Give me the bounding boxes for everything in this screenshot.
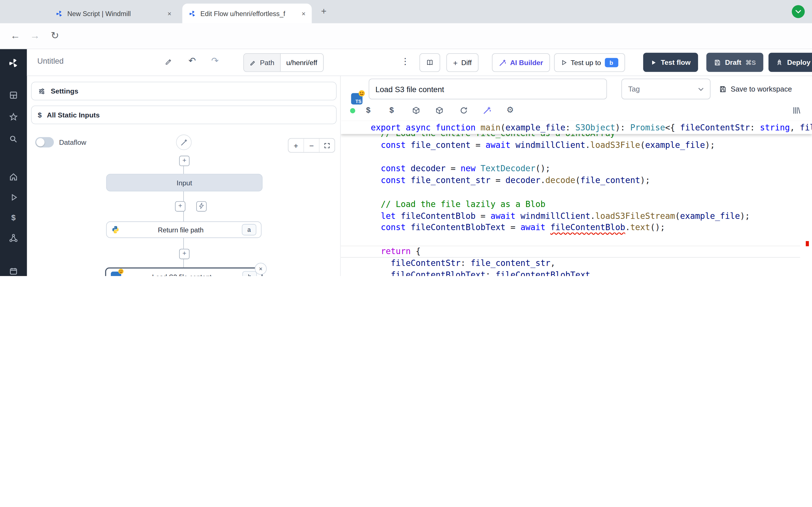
tag-select[interactable]: Tag <box>621 78 711 99</box>
error-overview-marker <box>806 241 809 246</box>
zoom-out-icon[interactable]: − <box>303 138 319 152</box>
add-step-button[interactable]: + <box>179 156 190 166</box>
settings-row[interactable]: Settings <box>31 82 337 100</box>
path-control[interactable]: Path u/henri/eff <box>243 53 323 72</box>
sliders-icon <box>38 87 46 95</box>
back-icon[interactable]: ← <box>10 31 20 40</box>
windmill-favicon <box>189 10 197 17</box>
typescript-icon: TS <box>351 93 362 105</box>
variables-dollar-icon[interactable]: $ <box>366 106 370 114</box>
test-up-to-button[interactable]: Test up to b <box>554 53 625 72</box>
package-icon[interactable] <box>412 106 420 115</box>
settings-label: Settings <box>51 87 79 95</box>
refresh-icon[interactable] <box>459 106 468 115</box>
resources-icon[interactable] <box>7 232 20 244</box>
flow-edge <box>183 165 184 174</box>
ai-builder-label: AI Builder <box>510 59 543 66</box>
node-label: Load S3 file content <box>121 273 243 276</box>
test-up-to-label: Test up to <box>571 59 601 66</box>
library-icon[interactable] <box>792 106 801 115</box>
path-label: Path <box>260 59 274 66</box>
dataflow-label: Dataflow <box>59 138 86 147</box>
flow-editor-header: Untitled ↶ ↷ Path u/henri/eff ⋮ + Diff A… <box>27 49 812 76</box>
search-icon[interactable] <box>7 133 20 145</box>
code-editor[interactable]: // Load the entire file_content as a Uin… <box>341 120 812 276</box>
flow-node-return-file-path[interactable]: Return file path a <box>106 221 262 238</box>
tab-close-icon[interactable]: × <box>166 10 172 17</box>
ts-label: TS <box>356 99 361 104</box>
step-id-badge: b <box>605 58 618 67</box>
typescript-icon: TS <box>111 272 121 276</box>
canvas-zoom-controls: + − <box>288 138 335 152</box>
tab-title: New Script | Windmill <box>67 10 131 17</box>
schedules-calendar-icon[interactable] <box>7 265 20 276</box>
trigger-bolt-button[interactable] <box>196 201 207 212</box>
chevron-down-icon <box>698 87 704 91</box>
deploy-label: Deploy <box>787 59 811 66</box>
tab-close-icon[interactable]: × <box>301 10 306 17</box>
add-step-button[interactable]: + <box>175 201 186 212</box>
fullscreen-icon[interactable] <box>319 138 335 152</box>
deploy-button[interactable]: Deploy <box>769 53 812 72</box>
reload-icon[interactable]: ↻ <box>51 31 59 40</box>
edit-title-pencil-icon[interactable] <box>165 57 173 66</box>
draft-button[interactable]: Draft ⌘S <box>706 53 763 72</box>
save-icon <box>714 59 721 66</box>
diff-button[interactable]: + Diff <box>446 53 478 72</box>
emoji-badge <box>118 269 124 274</box>
undo-icon[interactable]: ↶ <box>189 55 196 66</box>
test-flow-button[interactable]: Test flow <box>643 53 698 72</box>
ai-wand-icon[interactable] <box>483 106 492 115</box>
play-icon <box>561 59 567 66</box>
step-id-badge: a <box>242 224 256 235</box>
flow-edge <box>183 211 184 222</box>
variables-dollar-icon[interactable]: $ <box>7 211 20 223</box>
forward-icon[interactable]: → <box>30 31 40 40</box>
play-icon <box>651 59 657 65</box>
rocket-icon <box>776 59 783 66</box>
flow-node-input[interactable]: Input <box>106 174 263 191</box>
ai-flow-button[interactable] <box>176 135 192 150</box>
editor-settings-gear-icon[interactable]: ⚙ <box>506 105 514 115</box>
tab-strip: New Script | Windmill × Edit Flow u/henr… <box>0 0 812 23</box>
tab-title: Edit Flow u/henri/effortless_f <box>200 10 285 17</box>
all-static-inputs-row[interactable]: $ All Static Inputs <box>31 106 337 124</box>
book-icon <box>426 59 434 67</box>
browser-tab-inactive[interactable]: New Script | Windmill × <box>49 4 177 23</box>
flow-edge <box>183 190 184 202</box>
windmill-logo[interactable] <box>7 57 20 69</box>
redo-icon[interactable]: ↷ <box>211 55 218 66</box>
dataflow-toggle[interactable] <box>35 137 54 148</box>
window-chevron-icon[interactable] <box>792 5 805 18</box>
apps-icon[interactable] <box>7 89 20 101</box>
test-flow-label: Test flow <box>661 59 691 66</box>
draft-label: Draft <box>725 59 741 66</box>
resources-dollar-icon[interactable]: $ <box>389 106 394 114</box>
more-options-kebab-icon[interactable]: ⋮ <box>401 56 410 67</box>
dependencies-icon[interactable] <box>435 106 444 115</box>
docs-book-button[interactable] <box>419 53 440 72</box>
plus-icon: + <box>453 58 458 67</box>
runs-play-icon[interactable] <box>7 191 20 203</box>
home-icon[interactable] <box>7 171 20 183</box>
favorites-star-icon[interactable] <box>7 111 20 123</box>
magic-wand-icon <box>499 59 507 66</box>
ai-builder-button[interactable]: AI Builder <box>492 53 550 72</box>
delete-step-icon[interactable]: × <box>255 263 267 275</box>
flow-node-load-s3-selected[interactable]: TS Load S3 file content b × <box>105 268 262 276</box>
path-value: u/henri/eff <box>281 54 323 71</box>
browser-toolbar: ← → ↻ app.windmill.dev/flows/edit/u/henr… <box>0 23 812 49</box>
save-to-workspace-button[interactable]: Save to workspace <box>719 82 792 96</box>
all-static-inputs-label: All Static Inputs <box>47 111 100 119</box>
step-id-badge: b <box>243 271 257 276</box>
windmill-favicon <box>56 10 63 17</box>
code-lines: // Load the entire file_content as a Uin… <box>341 128 812 276</box>
step-name-input[interactable] <box>369 78 607 99</box>
browser-tab-active[interactable]: Edit Flow u/henri/effortless_f × <box>183 4 312 23</box>
node-label: Return file path <box>119 226 242 234</box>
add-step-button[interactable]: + <box>179 249 190 259</box>
new-tab-icon[interactable]: + <box>321 7 326 16</box>
path-pencil-icon <box>250 59 256 66</box>
zoom-in-icon[interactable]: + <box>289 138 303 152</box>
sticky-scroll-line: export async function main(example_file:… <box>341 121 812 134</box>
